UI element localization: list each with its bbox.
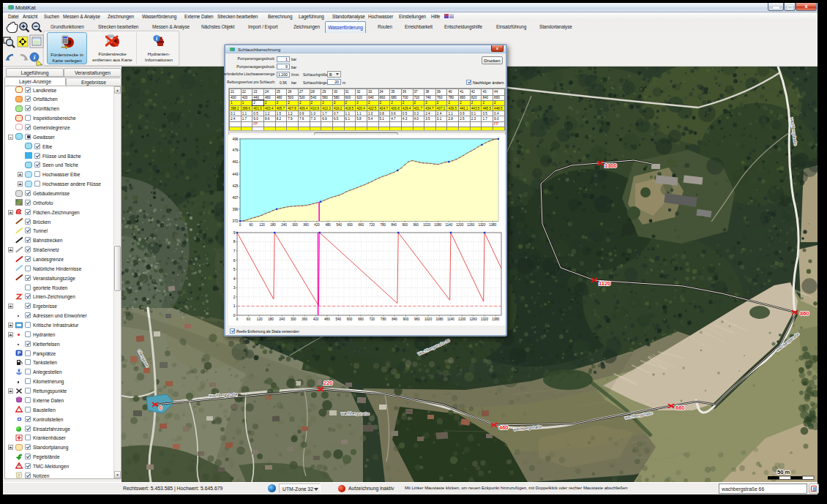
svg-text:P: P — [18, 350, 21, 356]
svg-text:407: 407 — [232, 196, 238, 200]
svg-text:360: 360 — [302, 317, 307, 321]
svg-text:1020: 1020 — [424, 317, 433, 321]
svg-text:1260: 1260 — [467, 223, 474, 227]
svg-text:1260: 1260 — [469, 317, 477, 321]
svg-text:1140: 1140 — [447, 317, 454, 321]
svg-text:420: 420 — [314, 223, 320, 227]
svg-text:240: 240 — [280, 317, 285, 321]
svg-text:0: 0 — [236, 317, 239, 321]
svg-text:50 m: 50 m — [777, 469, 790, 475]
svg-text:360: 360 — [303, 223, 309, 227]
svg-text:780: 780 — [380, 223, 386, 227]
svg-text:460: 460 — [499, 424, 509, 431]
svg-text:390: 390 — [232, 208, 238, 211]
svg-text:479: 479 — [232, 148, 238, 152]
svg-text:1080: 1080 — [434, 223, 441, 227]
svg-text:180: 180 — [268, 317, 274, 321]
svg-text:300: 300 — [292, 223, 298, 227]
svg-text:1020: 1020 — [423, 223, 430, 227]
svg-text:443: 443 — [232, 173, 238, 176]
svg-text:496: 496 — [232, 138, 238, 141]
svg-text:1380: 1380 — [489, 223, 496, 227]
svg-text:480: 480 — [324, 317, 330, 321]
svg-text:840: 840 — [392, 223, 397, 227]
svg-text:720: 720 — [369, 317, 375, 321]
svg-text:240: 240 — [281, 223, 287, 227]
svg-text:1380: 1380 — [492, 317, 500, 321]
svg-text:6: 6 — [233, 258, 236, 263]
svg-text:9: 9 — [233, 230, 236, 235]
svg-text:0: 0 — [239, 223, 242, 227]
svg-text:2: 2 — [233, 295, 236, 299]
svg-text:600: 600 — [347, 317, 353, 321]
svg-text:372: 372 — [232, 219, 238, 223]
svg-text:1300: 1300 — [605, 162, 617, 169]
svg-text:860: 860 — [800, 310, 809, 317]
svg-text:840: 840 — [392, 317, 397, 321]
svg-text:5: 5 — [233, 267, 236, 271]
svg-text:780: 780 — [381, 317, 386, 321]
svg-text:1320: 1320 — [478, 223, 485, 227]
svg-text:540: 540 — [335, 317, 341, 321]
svg-text:660: 660 — [676, 405, 685, 411]
svg-text:4: 4 — [233, 277, 236, 281]
svg-text:1200: 1200 — [456, 223, 463, 227]
svg-text:1200: 1200 — [458, 317, 466, 321]
svg-text:wachbergstraße: wachbergstraße — [340, 411, 370, 416]
svg-text:960: 960 — [414, 317, 420, 321]
svg-text:540: 540 — [336, 223, 342, 227]
svg-text:60: 60 — [250, 223, 253, 227]
svg-text:1140: 1140 — [445, 223, 452, 227]
svg-text:960: 960 — [414, 223, 419, 227]
svg-text:120: 120 — [259, 223, 265, 227]
svg-text:600: 600 — [347, 223, 353, 227]
svg-text:0: 0 — [159, 405, 162, 411]
svg-text:660: 660 — [358, 317, 364, 321]
svg-text:60: 60 — [247, 317, 251, 321]
svg-text:300: 300 — [291, 317, 296, 321]
svg-text:480: 480 — [325, 223, 331, 227]
svg-text:1320: 1320 — [481, 317, 489, 321]
svg-text:900: 900 — [403, 317, 409, 321]
svg-text:1120: 1120 — [599, 280, 610, 287]
svg-text:420: 420 — [313, 317, 319, 321]
svg-text:120: 120 — [257, 317, 263, 321]
svg-text:1080: 1080 — [435, 317, 444, 321]
svg-text:8: 8 — [233, 239, 236, 244]
svg-text:720: 720 — [369, 223, 375, 227]
svg-text:220: 220 — [323, 380, 333, 386]
svg-text:1: 1 — [233, 304, 236, 308]
svg-text:900: 900 — [402, 223, 408, 227]
svg-text:7: 7 — [233, 249, 236, 253]
svg-text:425: 425 — [232, 184, 238, 188]
svg-text:3: 3 — [233, 285, 236, 290]
svg-text:180: 180 — [270, 223, 276, 227]
svg-text:660: 660 — [358, 223, 364, 227]
svg-text:461: 461 — [232, 160, 238, 164]
svg-text:0: 0 — [233, 313, 236, 317]
